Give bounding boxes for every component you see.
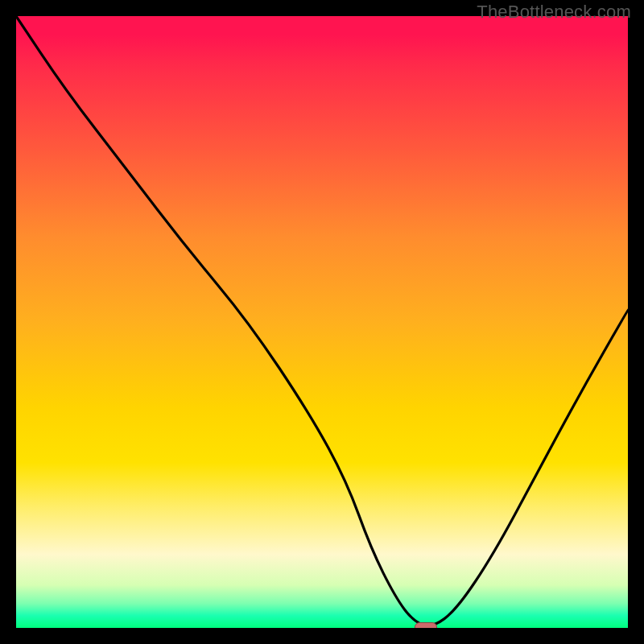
watermark-text: TheBottleneck.com xyxy=(477,2,631,23)
curve-path xyxy=(16,16,628,625)
optimum-marker xyxy=(415,622,437,628)
chart-frame: TheBottleneck.com xyxy=(0,0,644,644)
bottleneck-curve xyxy=(16,16,628,628)
plot-area xyxy=(16,16,628,628)
